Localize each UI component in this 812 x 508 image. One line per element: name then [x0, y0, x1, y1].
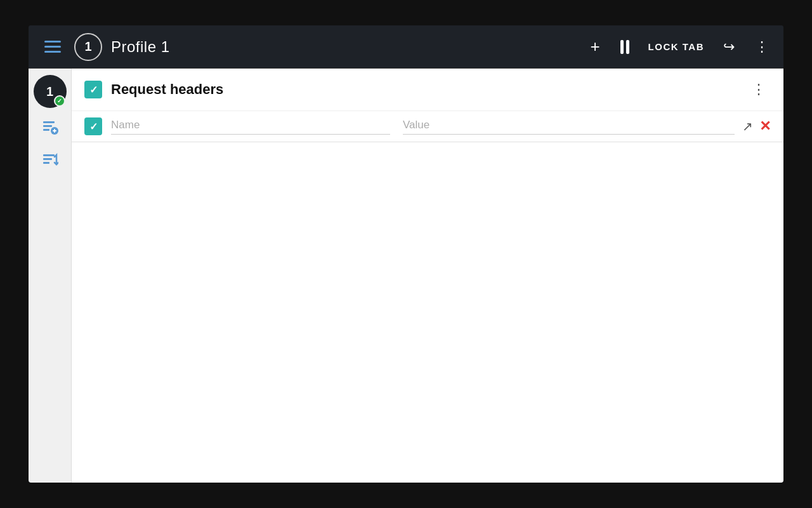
row-checkbox[interactable] [84, 117, 102, 135]
section-more-button[interactable]: ⋮ [747, 79, 771, 100]
header-actions: + LOCK TAB ↪ ⋮ [586, 33, 773, 60]
app-container: 1 Profile 1 + LOCK TAB ↪ ⋮ [29, 25, 783, 483]
add-button[interactable]: + [586, 33, 603, 60]
header-row: Name Value ↗ ✕ [72, 111, 783, 142]
sidebar: 1 [29, 69, 72, 483]
svg-rect-6 [43, 154, 55, 156]
svg-rect-1 [43, 125, 52, 127]
svg-rect-0 [43, 121, 55, 123]
pause-icon [620, 40, 629, 54]
name-field[interactable]: Name [111, 119, 390, 135]
add-rule-icon [42, 119, 58, 135]
plus-icon: + [590, 37, 599, 57]
svg-rect-5 [54, 129, 55, 133]
menu-button[interactable] [39, 33, 67, 61]
profile-number: 1 [84, 39, 91, 54]
sidebar-profile-item[interactable]: 1 [34, 75, 67, 108]
pause-bar-1 [620, 40, 624, 54]
main-body: 1 [29, 69, 783, 483]
section-title: Request headers [111, 81, 747, 98]
share-button[interactable]: ↪ [719, 35, 738, 59]
add-rule-button[interactable] [36, 113, 64, 141]
section-header: Request headers ⋮ [72, 69, 783, 111]
share-icon: ↪ [723, 39, 735, 55]
svg-rect-2 [43, 129, 49, 131]
content-area: Request headers ⋮ Name Value ↗ ✕ [72, 69, 783, 483]
hamburger-line-3 [44, 51, 61, 53]
sidebar-profile-number: 1 [46, 84, 53, 99]
expand-icon[interactable]: ↗ [742, 119, 753, 134]
lock-tab-button[interactable]: LOCK TAB [646, 37, 707, 56]
active-badge [54, 95, 65, 107]
svg-rect-7 [43, 158, 52, 160]
svg-rect-8 [43, 162, 49, 164]
more-vert-icon: ⋮ [755, 39, 769, 55]
sort-icon [42, 152, 58, 168]
pause-bar-2 [626, 40, 629, 54]
row-actions: ↗ ✕ [742, 118, 771, 135]
value-field[interactable]: Value [403, 119, 735, 135]
profile-badge: 1 [74, 33, 102, 61]
header: 1 Profile 1 + LOCK TAB ↪ ⋮ [29, 25, 783, 69]
hamburger-line-1 [44, 41, 61, 43]
more-options-button[interactable]: ⋮ [751, 35, 773, 59]
sort-button[interactable] [36, 146, 64, 174]
pause-button[interactable] [617, 36, 633, 58]
section-checkbox[interactable] [84, 81, 102, 98]
delete-icon[interactable]: ✕ [759, 118, 771, 135]
hamburger-line-2 [44, 46, 61, 48]
header-title: Profile 1 [111, 38, 586, 56]
